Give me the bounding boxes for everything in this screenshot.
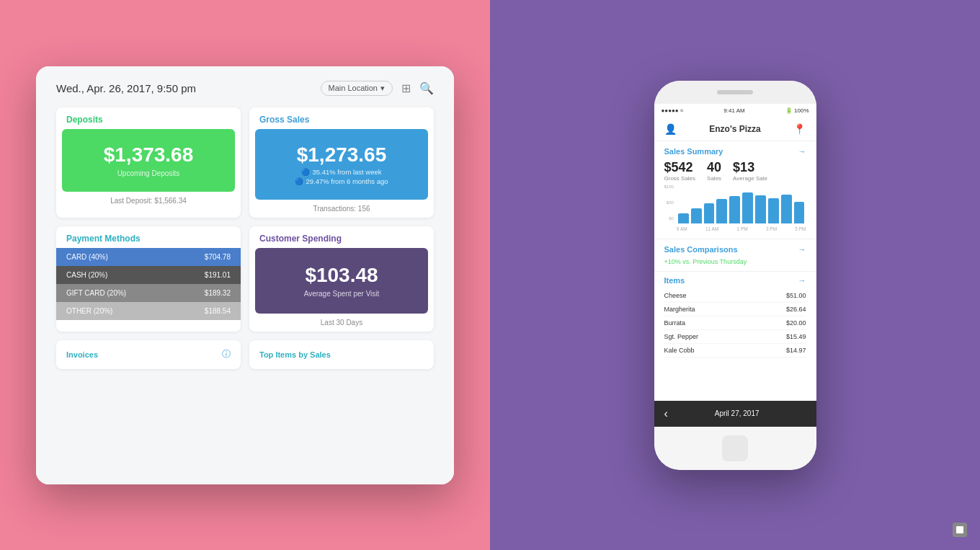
gross-sales-change1-text: 35.41% from last week xyxy=(312,168,381,176)
location-pin-icon[interactable]: 📍 xyxy=(793,123,806,135)
item-amount-sgt-pepper: $15.49 xyxy=(786,333,806,340)
bar-4 xyxy=(716,199,727,223)
back-button[interactable]: ‹ xyxy=(664,407,668,420)
x-label-11am: 11 AM xyxy=(705,226,718,231)
item-name-margherita: Margherita xyxy=(664,306,695,313)
top-items-label: Top Items by Sales xyxy=(259,350,331,359)
sales-comparisons-section: Sales Comparisons → +10% vs. Previous Th… xyxy=(654,239,816,272)
gross-sales-stat-amount: $542 xyxy=(664,160,696,175)
sales-summary-arrow[interactable]: → xyxy=(798,147,806,156)
gross-sales-footer: Transactions: 156 xyxy=(249,200,434,218)
bar-2 xyxy=(691,208,702,223)
payment-row-card: CARD (40%) $704.78 xyxy=(56,248,241,266)
phone-bottom-area xyxy=(654,427,816,470)
status-time: 9:41 AM xyxy=(723,107,744,114)
square-logo xyxy=(953,523,967,540)
phone-status-bar: ●●●●● ≈ 9:41 AM 🔋 100% xyxy=(654,104,816,118)
x-label-1pm: 1 PM xyxy=(737,226,748,231)
phone-device: ●●●●● ≈ 9:41 AM 🔋 100% 👤 Enzo's Pizza 📍 … xyxy=(654,81,816,470)
tablet-device: Wed., Apr. 26, 2017, 9:50 pm Main Locati… xyxy=(36,66,454,484)
sales-count-stat: 40 Sales xyxy=(707,160,721,182)
payment-cash-amount: $191.01 xyxy=(205,271,231,279)
item-row-margherita: Margherita $26.64 xyxy=(664,303,806,316)
home-button[interactable] xyxy=(722,435,748,461)
payment-card-amount: $704.78 xyxy=(205,253,231,261)
sales-count-label: Sales xyxy=(707,175,721,182)
payment-methods-title: Payment Methods xyxy=(56,226,241,248)
sales-stats: $542 Gross Sales 40 Sales $13 Average Sa… xyxy=(664,160,806,182)
tablet-date: Wed., Apr. 26, 2017, 9:50 pm xyxy=(56,82,196,94)
item-name-sgt-pepper: Sgt. Pepper xyxy=(664,333,699,340)
payment-other-amount: $188.54 xyxy=(205,307,231,315)
square-logo-icon xyxy=(953,523,967,537)
avg-sale-amount: $13 xyxy=(733,160,767,175)
bottom-cards: Invoices ⓘ Top Items by Sales xyxy=(56,340,434,369)
profile-icon[interactable]: 👤 xyxy=(664,123,677,135)
payment-other-label: OTHER (20%) xyxy=(66,307,112,315)
search-icon[interactable]: 🔍 xyxy=(419,81,434,95)
sales-summary-section: Sales Summary → $542 Gross Sales 40 Sale… xyxy=(654,141,816,239)
gross-sales-change1: 🔵 35.41% from last week xyxy=(301,168,381,176)
payment-cash-label: CASH (20%) xyxy=(66,271,107,279)
gross-sales-card: Gross Sales $1,273.65 🔵 35.41% from last… xyxy=(249,107,434,218)
x-label-5pm: 5 PM xyxy=(795,226,806,231)
deposits-main: $1,373.68 Upcoming Deposits xyxy=(62,129,235,192)
phone-nav-bar: 👤 Enzo's Pizza 📍 xyxy=(654,118,816,141)
avg-sale-label: Average Sale xyxy=(733,175,767,182)
items-title: Items xyxy=(664,276,685,285)
customer-spending-footer: Last 30 Days xyxy=(249,314,434,332)
customer-spending-amount: $103.48 xyxy=(265,264,418,287)
tablet-screen: Wed., Apr. 26, 2017, 9:50 pm Main Locati… xyxy=(36,66,454,484)
x-label-3pm: 3 PM xyxy=(766,226,777,231)
bottom-date: April 27, 2017 xyxy=(715,409,760,417)
deposits-footer: Last Deposit: $1,566.34 xyxy=(56,192,241,210)
grid-view-icon[interactable]: ⊞ xyxy=(401,81,411,95)
invoices-icon: ⓘ xyxy=(222,348,231,360)
bar-chart: 9 AM 11 AM 1 PM 3 PM 5 PM xyxy=(677,185,806,231)
item-amount-margherita: $26.64 xyxy=(786,306,806,313)
right-panel: ●●●●● ≈ 9:41 AM 🔋 100% 👤 Enzo's Pizza 📍 … xyxy=(490,0,980,550)
phone-content: Sales Summary → $542 Gross Sales 40 Sale… xyxy=(654,141,816,401)
bar-chart-container: $100 $50 $0 xyxy=(664,185,806,231)
customer-spending-subtitle: Average Spent per Visit xyxy=(265,290,418,298)
y-axis-labels: $100 $50 $0 xyxy=(664,185,674,221)
battery-icon: 🔋 100% xyxy=(785,107,809,114)
phone-bottom-bar: ‹ April 27, 2017 xyxy=(654,401,816,427)
payment-gift-label: GIFT CARD (20%) xyxy=(66,289,126,297)
invoices-card: Invoices ⓘ xyxy=(56,340,241,369)
item-row-burrata: Burrata $20.00 xyxy=(664,316,806,330)
bar-6 xyxy=(742,192,753,223)
comparisons-arrow[interactable]: → xyxy=(798,245,806,254)
bar-chart-bars xyxy=(677,187,806,223)
phone-speaker xyxy=(717,90,753,94)
top-items-card: Top Items by Sales xyxy=(249,340,434,369)
deposits-subtitle: Upcoming Deposits xyxy=(117,169,180,177)
x-label-9am: 9 AM xyxy=(677,226,687,231)
item-row-sgt-pepper: Sgt. Pepper $15.49 xyxy=(664,330,806,344)
bar-5 xyxy=(729,196,740,223)
item-name-kale-cobb: Kale Cobb xyxy=(664,347,695,354)
gross-sales-amount: $1,273.65 xyxy=(297,143,387,167)
location-selector[interactable]: Main Location ▾ xyxy=(321,81,393,96)
payment-gift-amount: $189.32 xyxy=(205,289,231,297)
location-label: Main Location xyxy=(329,84,378,92)
item-amount-kale-cobb: $14.97 xyxy=(786,347,806,354)
payment-row-gift: GIFT CARD (20%) $189.32 xyxy=(56,284,241,302)
items-arrow[interactable]: → xyxy=(798,276,806,285)
item-amount-cheese: $51.00 xyxy=(786,292,806,299)
bar-10 xyxy=(794,202,805,223)
bar-3 xyxy=(704,203,715,223)
invoices-label: Invoices xyxy=(66,350,98,359)
items-section: Items → Cheese $51.00 Margherita $26.64 … xyxy=(654,272,816,362)
gross-sales-change2-text: 29.47% from 6 months ago xyxy=(306,177,388,185)
comparison-text: +10% vs. Previous Thursday xyxy=(664,258,806,265)
phone-top xyxy=(654,81,816,104)
deposits-title: Deposits xyxy=(56,107,241,129)
x-axis-labels: 9 AM 11 AM 1 PM 3 PM 5 PM xyxy=(677,226,806,231)
bar-9 xyxy=(781,195,792,223)
svg-rect-1 xyxy=(956,526,963,533)
deposits-amount: $1,373.68 xyxy=(104,143,194,167)
bar-1 xyxy=(678,213,689,223)
deposits-card: Deposits $1,373.68 Upcoming Deposits Las… xyxy=(56,107,241,218)
tablet-header: Wed., Apr. 26, 2017, 9:50 pm Main Locati… xyxy=(56,81,434,96)
